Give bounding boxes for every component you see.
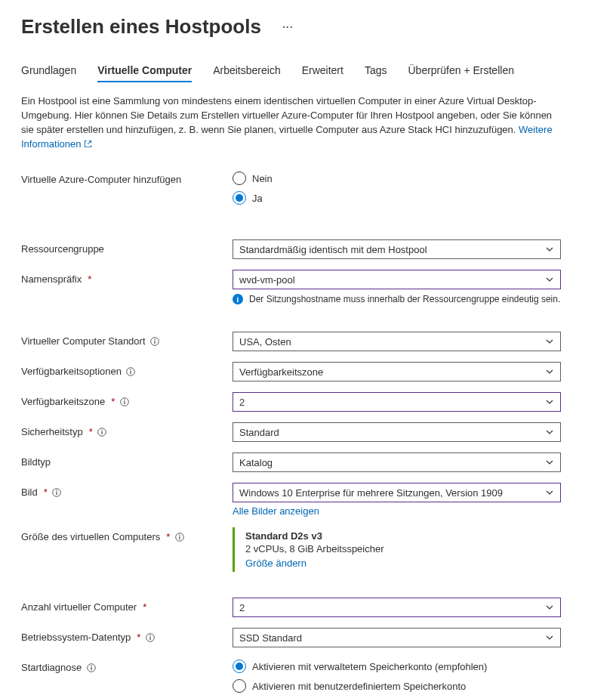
external-link-icon [84, 138, 92, 153]
boot-diag-option-0[interactable]: Aktivieren mit verwaltetem Speicherkonto… [233, 659, 595, 673]
chevron-down-icon [545, 337, 554, 346]
label-location: Virtueller Computer Standort [21, 332, 233, 347]
radio-icon [233, 679, 246, 693]
avail-options-select[interactable]: Verfügbarkeitszone [233, 362, 561, 381]
info-icon[interactable] [86, 663, 96, 672]
info-icon[interactable] [145, 632, 155, 642]
avail-zone-select[interactable]: 2 [233, 392, 561, 412]
svg-rect-2 [154, 341, 155, 344]
more-menu-icon[interactable]: ··· [282, 21, 294, 33]
add-vm-radio-group: NeinJa [233, 170, 595, 205]
svg-point-22 [91, 665, 92, 666]
info-icon: i [233, 294, 243, 304]
chevron-down-icon [545, 397, 554, 406]
vm-size-block: Standard D2s v3 2 vCPUs, 8 GiB Arbeitssp… [233, 527, 595, 572]
info-icon[interactable] [150, 336, 160, 346]
vm-size-title: Standard D2s v3 [245, 530, 595, 542]
radio-label: Nein [252, 173, 273, 184]
label-image-type: Bildtyp [21, 453, 233, 468]
svg-rect-11 [102, 431, 103, 434]
label-os-disk: Betriebssystem-Datentyp* [21, 628, 233, 643]
label-security-type: Sicherheitstyp* [21, 422, 233, 437]
description-text: Ein Hostpool ist eine Sammlung von minde… [21, 95, 552, 135]
label-avail-zone: Verfügbarkeitszone* [21, 392, 233, 407]
page-title: Erstellen eines Hostpools [21, 15, 261, 39]
tab-4[interactable]: Tags [365, 60, 387, 82]
chevron-down-icon [545, 603, 554, 612]
label-boot-diag: Startdiagnose [21, 658, 233, 673]
os-disk-select[interactable]: SSD Standard [233, 628, 561, 647]
label-vm-count: Anzahl virtueller Computer* [21, 598, 233, 613]
boot-diag-radio-group: Aktivieren mit verwaltetem Speicherkonto… [233, 658, 595, 695]
radio-icon [233, 659, 246, 673]
name-prefix-helper: i Der Sitzungshostname muss innerhalb de… [233, 294, 561, 304]
resource-group-select[interactable]: Standardmäßig identisch mit dem Hostpool [233, 239, 561, 259]
radio-label: Ja [252, 193, 263, 204]
svg-rect-14 [57, 492, 57, 495]
name-prefix-select[interactable]: wvd-vm-pool [233, 270, 561, 289]
add-vm-option-1[interactable]: Ja [233, 191, 595, 205]
svg-point-13 [56, 490, 57, 491]
change-size-link[interactable]: Größe ändern [245, 558, 306, 569]
chevron-down-icon [545, 458, 554, 467]
info-icon[interactable] [126, 366, 136, 376]
label-resource-group: Ressourcengruppe [21, 239, 233, 255]
chevron-down-icon [545, 428, 554, 437]
tabs: GrundlagenVirtuelle ComputerArbeitsberei… [21, 60, 595, 82]
tab-2[interactable]: Arbeitsbereich [213, 60, 281, 82]
svg-rect-20 [149, 637, 150, 640]
tab-1[interactable]: Virtuelle Computer [97, 60, 192, 82]
chevron-down-icon [545, 275, 554, 284]
svg-point-7 [124, 399, 125, 400]
vm-size-sub: 2 vCPUs, 8 GiB Arbeitsspeicher [245, 543, 595, 554]
svg-rect-23 [91, 667, 91, 670]
svg-rect-8 [124, 401, 125, 404]
label-avail-options: Verfügbarkeitsoptionen [21, 362, 233, 377]
vm-count-select[interactable]: 2 [233, 598, 561, 617]
security-type-select[interactable]: Standard [233, 422, 561, 442]
info-icon[interactable] [174, 532, 184, 542]
svg-rect-5 [131, 371, 131, 374]
svg-point-4 [131, 369, 132, 370]
location-select[interactable]: USA, Osten [233, 332, 561, 351]
svg-rect-17 [179, 536, 180, 539]
svg-point-16 [179, 534, 180, 536]
label-name-prefix: Namenspräfix* [21, 270, 233, 285]
boot-diag-option-1[interactable]: Aktivieren mit benutzerdefiniertem Speic… [233, 679, 595, 693]
info-icon[interactable] [97, 427, 107, 437]
svg-point-19 [149, 635, 151, 636]
label-add-vm: Virtuelle Azure-Computer hinzufügen [21, 170, 233, 185]
label-image: Bild* [21, 483, 233, 498]
radio-icon [233, 171, 246, 185]
svg-point-10 [101, 429, 103, 431]
chevron-down-icon [545, 488, 554, 497]
all-images-link[interactable]: Alle Bilder anzeigen [233, 505, 319, 517]
description: Ein Hostpool ist eine Sammlung von minde… [21, 94, 565, 152]
info-icon[interactable] [119, 397, 129, 406]
chevron-down-icon [545, 633, 554, 642]
info-icon[interactable] [52, 487, 62, 497]
tab-5[interactable]: Überprüfen + Erstellen [408, 60, 513, 82]
tab-3[interactable]: Erweitert [302, 60, 343, 82]
radio-label: Aktivieren mit verwaltetem Speicherkonto… [252, 661, 487, 672]
image-select[interactable]: Windows 10 Enterprise für mehrere Sitzun… [233, 483, 561, 502]
radio-label: Aktivieren mit benutzerdefiniertem Speic… [252, 681, 466, 692]
radio-icon [233, 191, 246, 205]
add-vm-option-0[interactable]: Nein [233, 171, 595, 185]
chevron-down-icon [545, 245, 554, 254]
image-type-select[interactable]: Katalog [233, 453, 561, 472]
tab-0[interactable]: Grundlagen [21, 60, 76, 82]
chevron-down-icon [545, 367, 554, 376]
label-vm-size: Größe des virtuellen Computers* [21, 527, 233, 542]
svg-point-1 [154, 338, 156, 340]
